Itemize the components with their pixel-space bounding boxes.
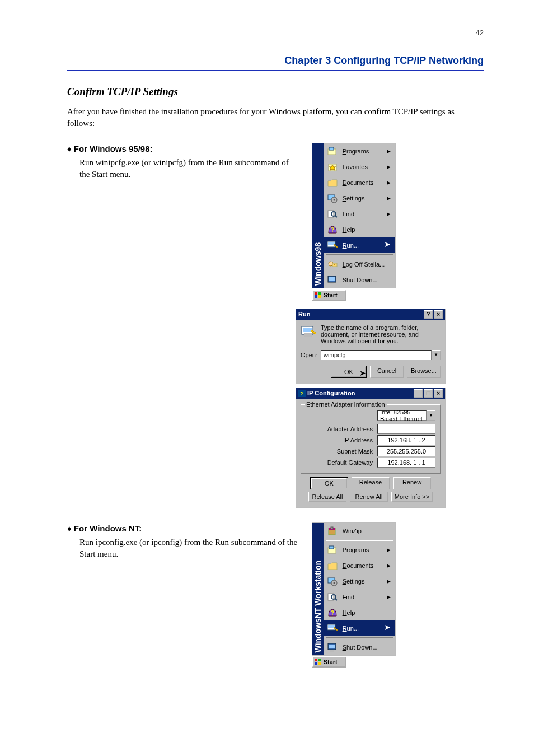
- ipcfg-titlebar: ? IP Configuration _ □ ×: [296, 388, 445, 399]
- svg-text:?: ?: [331, 227, 334, 233]
- start-menu-item[interactable]: Shut Down...: [324, 272, 395, 288]
- svg-rect-26: [304, 333, 312, 337]
- svg-rect-49: [315, 662, 317, 665]
- ipcfg-value: 192.168. 1 . 2: [377, 435, 435, 445]
- start-menu-item[interactable]: Documents▶: [324, 175, 395, 190]
- menu-item-label: Documents: [343, 562, 374, 569]
- start-menu-item[interactable]: Favorites▶: [324, 159, 395, 175]
- start-button[interactable]: Start: [312, 290, 346, 301]
- menu-item-icon: [326, 145, 339, 157]
- menu-item-icon: [326, 591, 339, 603]
- svg-rect-18: [329, 277, 335, 281]
- win98-bullet: ♦ For Windows 95/98:: [67, 143, 301, 155]
- more-info-button[interactable]: More Info >>: [391, 492, 433, 502]
- adapter-select[interactable]: Intel 82595-Based Ethernet: [377, 410, 427, 421]
- renew-button[interactable]: Renew: [393, 477, 431, 489]
- ipcfg-row: Adapter Address: [306, 424, 435, 434]
- svg-rect-25: [303, 328, 312, 332]
- svg-rect-22: [315, 295, 317, 298]
- menu-item-label: Documents: [343, 179, 374, 186]
- ok-button[interactable]: OK: [311, 478, 347, 488]
- menu-item-icon: [326, 161, 339, 173]
- svg-rect-19: [330, 283, 334, 284]
- start-menu-item[interactable]: Settings▶: [324, 190, 395, 206]
- start-menu-brand-stripe: WindowsNT Workstation: [312, 523, 324, 655]
- svg-rect-23: [318, 295, 321, 298]
- release-button[interactable]: Release: [352, 477, 390, 489]
- svg-marker-34: [328, 563, 337, 570]
- minimize-button[interactable]: _: [414, 389, 423, 398]
- dropdown-arrow-icon[interactable]: ▼: [432, 350, 441, 360]
- start-menu-item[interactable]: Programs▶: [324, 542, 395, 558]
- menu-item-label: Find: [343, 594, 354, 600]
- chapter-header: Chapter 3 Configuring TCP/IP Networking: [67, 55, 484, 67]
- menu-item-icon: [326, 258, 339, 270]
- start-menu-item[interactable]: ?Help: [324, 222, 395, 237]
- menu-item-label: Run...: [343, 242, 359, 249]
- windows-logo-icon: [314, 658, 322, 666]
- menu-item-label: Programs: [343, 148, 369, 155]
- svg-point-7: [333, 199, 335, 201]
- menu-item-label: Settings: [343, 195, 365, 202]
- menu-item-label: Run...: [343, 625, 359, 632]
- svg-rect-21: [318, 292, 321, 295]
- start-menu-item[interactable]: Settings▶: [324, 573, 395, 589]
- submenu-arrow-icon: ▶: [387, 148, 391, 154]
- menu-item-icon: [326, 525, 339, 537]
- page-number: 42: [67, 28, 484, 38]
- open-label: Open:: [301, 352, 317, 358]
- menu-item-label: Log Off Stella...: [343, 261, 385, 268]
- renew-all-button[interactable]: Renew All: [350, 492, 388, 502]
- start-menu-item[interactable]: ?Help: [324, 605, 395, 620]
- start-button[interactable]: Start: [312, 656, 346, 668]
- close-button[interactable]: ×: [434, 389, 443, 398]
- menu-item-label: Settings: [343, 578, 365, 585]
- menu-item-label: Shut Down...: [343, 644, 378, 651]
- cancel-button[interactable]: Cancel: [370, 366, 404, 378]
- submenu-arrow-icon: ▶: [387, 195, 391, 201]
- ipcfg-row: Default Gateway192.168. 1 . 1: [306, 458, 435, 468]
- start-menu-item[interactable]: Programs▶: [324, 143, 395, 159]
- browse-button[interactable]: Browse...: [407, 366, 441, 378]
- submenu-arrow-icon: ▶: [387, 211, 391, 217]
- start-menu-item[interactable]: Find▶: [324, 206, 395, 222]
- release-all-button[interactable]: Release All: [308, 492, 346, 502]
- help-button[interactable]: ?: [424, 310, 433, 319]
- ok-button[interactable]: OK➤: [332, 367, 366, 377]
- start-menu-item[interactable]: Find▶: [324, 589, 395, 605]
- ipcfg-label: Adapter Address: [306, 426, 377, 432]
- menu-item-icon: [326, 575, 339, 587]
- ipcfg-label: Subnet Mask: [306, 448, 377, 455]
- menu-item-icon: [326, 559, 339, 572]
- start-menu-item[interactable]: Run...➤: [324, 620, 395, 636]
- ipcfg-label: IP Address: [306, 437, 377, 444]
- menu-item-icon: [326, 622, 339, 634]
- close-button[interactable]: ×: [434, 310, 443, 319]
- svg-rect-45: [329, 645, 335, 648]
- ipcfg-label: Default Gateway: [306, 459, 377, 466]
- dropdown-arrow-icon[interactable]: ▼: [427, 410, 435, 421]
- svg-text:?: ?: [300, 391, 303, 396]
- menu-item-icon: [326, 208, 339, 220]
- menu-item-icon: [326, 192, 339, 204]
- maximize-button: □: [424, 389, 433, 398]
- section-heading: Confirm TCP/IP Settings: [67, 86, 484, 98]
- ipcfg-value: 192.168. 1 . 1: [377, 458, 435, 468]
- svg-rect-31: [331, 527, 333, 529]
- svg-rect-48: [318, 659, 321, 661]
- win98-step: Run winipcfg.exe (or winipcfg) from the …: [79, 157, 301, 180]
- menu-item-icon: [326, 274, 339, 286]
- start-menu-item[interactable]: Documents▶: [324, 558, 395, 573]
- menu-item-label: Help: [343, 226, 355, 233]
- start-menu-item[interactable]: Run...➤: [324, 237, 395, 253]
- start-menu-item[interactable]: Shut Down...: [324, 640, 395, 655]
- svg-point-37: [333, 582, 335, 584]
- ipconfig-dialog-figure: ? IP Configuration _ □ × Ethernet Adapte…: [296, 388, 484, 508]
- start-menu-item[interactable]: WinZip: [324, 523, 395, 539]
- run-icon: [301, 324, 316, 340]
- winnt-start-menu-figure: WindowsNT Workstation WinZipPrograms▶Doc…: [312, 522, 396, 668]
- ipcfg-app-icon: ?: [298, 390, 306, 397]
- start-menu-item[interactable]: Log Off Stella...: [324, 256, 395, 272]
- open-input[interactable]: winipcfg: [321, 350, 432, 360]
- adapter-group: Ethernet Adapter Information Intel 82595…: [301, 404, 441, 474]
